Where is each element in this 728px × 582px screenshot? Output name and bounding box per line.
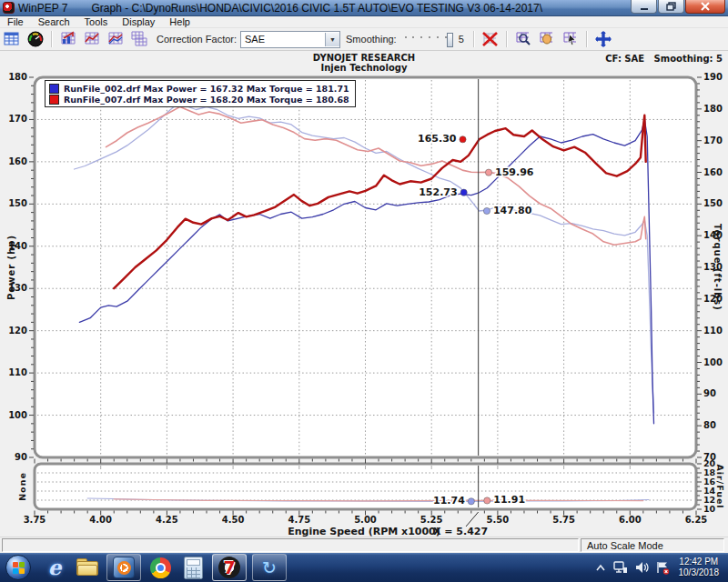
toolbar: Correction Factor: SAE ▼ Smoothing: 5 xyxy=(0,28,728,51)
cursor-dot-run007-torque xyxy=(485,169,491,176)
gauge-button[interactable] xyxy=(25,29,46,50)
correction-factor-select[interactable]: SAE ▼ xyxy=(240,31,340,48)
show-hidden-icons-button[interactable] xyxy=(595,563,606,573)
sync-icon: ↻ xyxy=(262,559,277,577)
torque-tick-label: 80 xyxy=(703,420,716,430)
toolbar-separator xyxy=(473,31,475,47)
graph-bars-icon xyxy=(60,31,76,47)
correction-factor-value: SAE xyxy=(241,34,325,45)
legend-swatch xyxy=(49,95,59,105)
torque-tick-label: 190 xyxy=(703,72,723,82)
system-tray: 12:42 PM 10/3/2018 xyxy=(592,557,728,578)
status-bar: Auto Scale Mode xyxy=(0,537,728,553)
taskbar-windows-explorer[interactable] xyxy=(74,555,101,580)
crosshair-button[interactable] xyxy=(592,29,614,50)
power-tick-label: 150 xyxy=(8,198,27,208)
smoothing-slider[interactable] xyxy=(403,33,454,46)
power-tick-label: 160 xyxy=(8,156,27,166)
chrome-icon xyxy=(150,557,171,578)
flag-icon xyxy=(656,561,670,575)
menu-help[interactable]: Help xyxy=(162,16,197,28)
toolbar-separator xyxy=(51,31,53,47)
taskbar-calculator[interactable] xyxy=(179,555,207,580)
cursor-readout: X = 5.427 xyxy=(433,526,488,537)
taskbar-clock[interactable]: 12:42 PM 10/3/2018 xyxy=(679,557,720,578)
cursor-value-run002-afr: 11.74 xyxy=(433,495,465,507)
rpm-tick-label: 4.25 xyxy=(156,515,178,525)
menu-display[interactable]: Display xyxy=(115,16,162,28)
restore-icon xyxy=(666,2,676,11)
graph-multi-button[interactable] xyxy=(128,29,150,50)
volume-tray-button[interactable] xyxy=(635,561,649,574)
menu-tools[interactable]: Tools xyxy=(77,16,116,28)
dropdown-arrow-icon[interactable]: ▼ xyxy=(325,33,339,46)
pan-hand-icon xyxy=(539,31,555,47)
taskbar-internet-explorer[interactable]: e xyxy=(41,555,68,580)
slider-handle[interactable] xyxy=(447,33,453,47)
close-graph-button[interactable] xyxy=(480,29,501,50)
red-x-grid-icon xyxy=(481,31,499,47)
taskbar-chrome[interactable] xyxy=(147,555,174,580)
zoom-button[interactable] xyxy=(512,29,534,50)
afr-left-axis-title: None xyxy=(17,472,27,501)
afr-plot-frame xyxy=(35,464,696,509)
maximize-button[interactable] xyxy=(658,0,684,14)
rpm-tick-label: 5.00 xyxy=(354,515,377,525)
power-tick-label: 110 xyxy=(8,367,27,377)
cursor-dot-run002-torque xyxy=(483,207,490,214)
select-button[interactable] xyxy=(560,29,581,50)
minimize-icon xyxy=(640,3,649,11)
winpep-window: WinPEP 7 Graph - C:\DynoRuns\HONDA\CIVIC… xyxy=(0,0,728,582)
power-tick-label: 100 xyxy=(8,410,27,420)
torque-tick-label: 90 xyxy=(703,388,716,398)
power-tick-label: 90 xyxy=(15,452,27,462)
slider-ticks xyxy=(405,36,447,38)
torque-tick-label: 100 xyxy=(703,357,723,367)
dyno-chart[interactable]: 9010011012013014015016017018070809010011… xyxy=(0,51,728,537)
pan-button[interactable] xyxy=(536,29,558,50)
table-grid-icon xyxy=(4,31,20,47)
start-button[interactable] xyxy=(5,555,31,580)
menu-bar: File Search Tools Display Help xyxy=(0,16,728,28)
rpm-tick-label: 6.25 xyxy=(685,515,708,525)
title-bar[interactable]: WinPEP 7 Graph - C:\DynoRuns\HONDA\CIVIC… xyxy=(0,0,728,16)
legend-text: RunFile_002.drf Max Power = 167.32 Max T… xyxy=(64,84,349,94)
minimize-button[interactable] xyxy=(631,0,657,14)
action-center-tray-button[interactable] xyxy=(656,561,670,575)
cursor-dot-run002-power xyxy=(460,189,467,196)
graph-multi-icon xyxy=(131,31,147,47)
x-axis-title: Engine Speed (RPM x1000) xyxy=(288,526,440,537)
graph-overlay-button[interactable] xyxy=(105,29,126,50)
power-axis-title: Power (hp) xyxy=(6,235,16,300)
graph-line-button[interactable] xyxy=(81,29,103,50)
network-icon xyxy=(613,561,628,574)
afr-right-axis-title: Air/Fuel xyxy=(715,464,725,508)
network-tray-button[interactable] xyxy=(613,561,628,574)
graph-line-icon xyxy=(84,31,100,47)
clock-date: 10/3/2018 xyxy=(679,567,720,578)
taskbar-winpep[interactable]: 7 xyxy=(212,554,247,581)
graph-overlay-icon xyxy=(107,31,124,47)
torque-axis-title: Torque (ft-lbs) xyxy=(713,224,723,311)
menu-search[interactable]: Search xyxy=(31,16,77,28)
cursor-pointer-line xyxy=(466,512,479,527)
power-tick-label: 120 xyxy=(8,326,27,336)
torque-tick-label: 170 xyxy=(703,135,723,146)
taskbar-media-player[interactable] xyxy=(106,554,141,581)
move-cross-icon xyxy=(595,31,612,47)
document-title: Graph - C:\DynoRuns\HONDA\CIVIC\2016 CIV… xyxy=(91,2,542,15)
clock-time: 12:42 PM xyxy=(679,557,720,567)
data-table-button[interactable] xyxy=(1,29,23,50)
gauge-icon xyxy=(27,31,44,47)
close-button[interactable] xyxy=(685,0,725,14)
close-icon xyxy=(701,2,710,11)
torque-tick-label: 150 xyxy=(703,198,723,208)
taskbar-sync-app[interactable]: ↻ xyxy=(252,554,287,581)
torque-tick-label: 160 xyxy=(703,167,723,177)
rpm-tick-label: 5.50 xyxy=(487,515,510,525)
menu-file[interactable]: File xyxy=(0,16,31,28)
afr-tick-label: 10 xyxy=(703,504,716,514)
graph-bars-button[interactable] xyxy=(57,29,79,50)
rpm-tick-label: 6.00 xyxy=(619,515,642,525)
graph-client-area[interactable]: DYNOJET RESEARCH Injen Technology CF: SA… xyxy=(0,51,728,537)
